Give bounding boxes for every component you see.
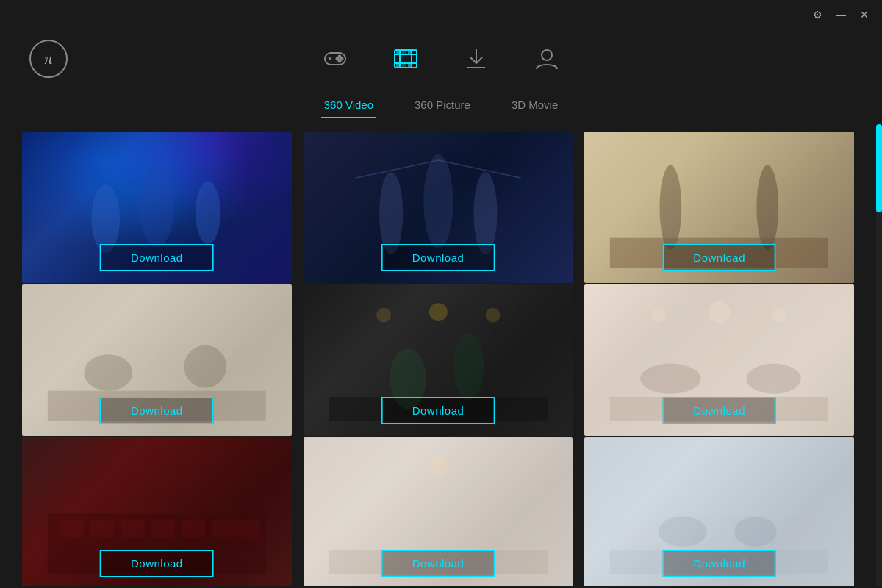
nav-bar: π [0,29,882,88]
svg-rect-14 [403,50,406,54]
svg-point-47 [772,307,787,322]
video-card-4[interactable]: Download [22,284,292,436]
svg-line-29 [438,160,520,178]
svg-point-6 [339,60,341,62]
svg-point-22 [91,184,120,253]
video-card-7[interactable]: Download [22,437,292,586]
svg-point-43 [640,363,700,393]
video-card-2[interactable]: Download [304,132,573,283]
svg-point-36 [429,303,448,321]
download-button-5[interactable]: Download [381,397,495,424]
svg-point-59 [659,516,707,546]
svg-point-27 [473,172,497,254]
svg-rect-54 [212,519,236,537]
svg-rect-16 [397,63,400,68]
download-button-7[interactable]: Download [100,550,214,577]
settings-button[interactable]: ⚙ [808,6,826,24]
svg-point-60 [734,516,777,546]
download-button-3[interactable]: Download [662,244,776,271]
svg-point-57 [429,455,448,474]
svg-point-24 [196,182,220,244]
svg-line-28 [356,160,438,178]
video-card-5[interactable]: Download [304,284,573,436]
svg-point-44 [747,363,801,393]
svg-point-34 [84,354,132,390]
scrollbar-track[interactable] [876,124,882,586]
svg-point-32 [757,165,779,249]
nav-download-icon[interactable] [463,46,490,72]
download-button-2[interactable]: Download [381,244,495,271]
svg-rect-18 [409,63,412,68]
svg-point-23 [140,168,173,247]
nav-video-icon[interactable] [392,46,419,72]
download-button-4[interactable]: Download [100,397,214,424]
minimize-button[interactable]: — [832,6,850,24]
tab-360video[interactable]: 360 Video [304,94,394,115]
svg-rect-53 [181,519,205,537]
video-card-9[interactable]: Download [584,437,854,586]
svg-point-46 [651,307,666,322]
svg-rect-52 [151,519,175,537]
svg-rect-13 [397,50,400,54]
tab-360picture[interactable]: 360 Picture [394,94,491,115]
svg-point-35 [184,345,226,387]
svg-point-45 [709,301,731,323]
svg-rect-15 [409,50,412,54]
svg-point-25 [379,172,403,254]
svg-point-5 [341,58,343,60]
svg-rect-51 [121,519,145,537]
svg-point-38 [485,307,500,322]
tab-bar: 360 Video 360 Picture 3D Movie [0,88,882,124]
scrollbar-thumb[interactable] [876,124,882,212]
svg-rect-49 [60,519,84,537]
video-grid: Download Download [0,124,876,586]
svg-point-31 [660,165,682,249]
download-button-6[interactable]: Download [662,397,776,424]
video-card-3[interactable]: Download [584,132,854,283]
download-button-8[interactable]: Download [381,550,495,577]
svg-rect-50 [90,519,115,537]
svg-rect-17 [403,63,406,68]
svg-point-21 [542,50,552,60]
close-button[interactable]: ✕ [856,6,873,24]
video-card-6[interactable]: Download [584,284,854,436]
video-card-8[interactable]: Download [304,437,573,586]
svg-point-26 [423,154,453,248]
tab-3dmovie[interactable]: 3D Movie [491,94,578,115]
nav-profile-icon[interactable] [534,46,560,72]
video-card-1[interactable]: Download [22,132,292,283]
svg-point-7 [337,58,339,60]
window-controls: ⚙ — ✕ [808,6,873,24]
download-button-9[interactable]: Download [662,550,776,577]
svg-point-4 [339,56,341,58]
svg-point-41 [453,333,484,400]
logo-icon[interactable]: π [29,40,68,78]
svg-point-37 [376,307,391,322]
svg-rect-55 [236,519,260,537]
nav-controller-icon[interactable] [322,46,348,72]
content-area: Download Download [0,124,882,586]
title-bar: ⚙ — ✕ [0,0,882,29]
download-button-1[interactable]: Download [100,244,214,271]
